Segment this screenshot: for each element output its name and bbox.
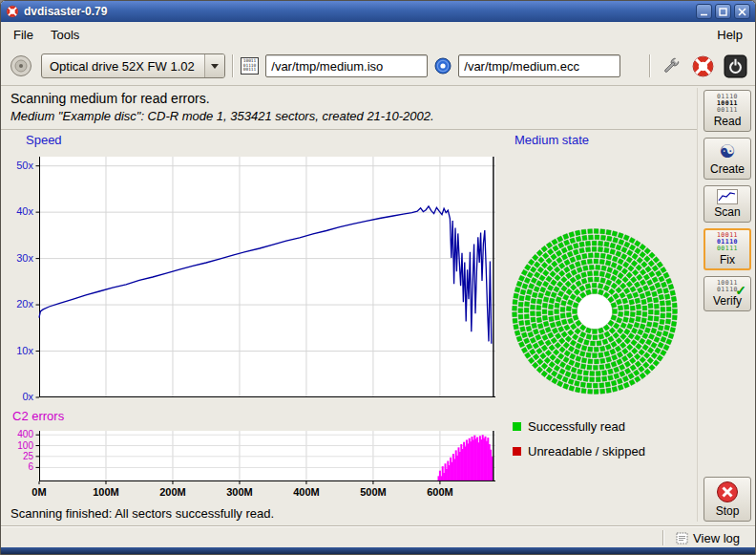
read-label: Read [714, 115, 742, 128]
legend-label-unreadable: Unreadable / skipped [528, 444, 645, 459]
toolbar-right-group [649, 53, 748, 79]
speed-y-tick-label: 30x [7, 252, 33, 264]
chart-area: Speed C2 errors Medium state Successfull… [1, 130, 698, 504]
read-icon: 01110 10011 00111 [717, 94, 738, 114]
x-axis-tick-label: 300M [220, 486, 259, 498]
x-axis-tick-label: 0M [20, 486, 58, 498]
view-log-label: View log [693, 531, 740, 545]
legend-item-unreadable: Unreadable / skipped [513, 444, 645, 459]
c2-y-tick-label: 100 [7, 440, 33, 451]
iso-path-input[interactable] [265, 54, 428, 77]
create-button[interactable]: ☯ Create [704, 138, 751, 180]
x-axis-tick-label: 500M [354, 486, 392, 498]
scan-icon [717, 189, 738, 204]
c2-errors-chart-plot [39, 431, 495, 481]
legend-item-read: Successfully read [513, 419, 625, 434]
menu-file[interactable]: File [5, 25, 42, 45]
view-log-button[interactable]: View log [672, 529, 744, 547]
fix-button[interactable]: 10011 01110 00111 Fix [704, 228, 751, 270]
drive-icon [9, 53, 33, 78]
c2-y-tick-label: 400 [7, 429, 33, 439]
x-axis-tick-label: 600M [421, 486, 459, 498]
legend-swatch-unreadable-icon [513, 447, 521, 456]
toolbar-separator [649, 54, 651, 77]
scan-label: Scan [714, 205, 740, 219]
close-button[interactable] [734, 4, 750, 19]
create-label: Create [710, 162, 745, 176]
log-icon [676, 532, 688, 544]
legend-label-read: Successfully read [528, 419, 625, 434]
status-line-2: Medium "Example disc": CD-R mode 1, 3534… [10, 109, 688, 123]
c2-y-tick-label: 25 [7, 451, 33, 461]
toolbar-separator [232, 54, 234, 77]
stop-icon [716, 480, 739, 503]
c2-y-tick-label: 6 [7, 461, 33, 472]
status-heading: Scanning medium for read errors. Medium … [1, 86, 698, 130]
menu-tools[interactable]: Tools [42, 25, 88, 45]
minimize-button[interactable] [696, 4, 712, 19]
window-title: dvdisaster-0.79 [24, 5, 691, 18]
iso-file-icon: 10011 01110 00111 [241, 57, 260, 75]
scan-result-status: Scanning finished: All sectors successfu… [10, 506, 274, 521]
c2-errors-chart-title: C2 errors [12, 409, 64, 423]
ecc-file-icon [434, 57, 452, 75]
wrench-icon [659, 54, 682, 78]
preferences-button[interactable] [658, 53, 683, 79]
ecc-path-input[interactable] [458, 54, 620, 77]
medium-state-title: Medium state [514, 133, 589, 147]
speed-y-tick-label: 10x [7, 345, 33, 356]
toolbar: Optical drive 52X FW 1.02 10011 01110 00… [1, 47, 755, 86]
window-controls [696, 4, 750, 19]
check-icon: ✓ [735, 283, 746, 298]
x-axis-tick-label: 400M [287, 486, 326, 498]
chevron-down-icon [211, 64, 219, 69]
menubar: File Tools Help [1, 22, 755, 47]
speed-y-tick-label: 20x [7, 298, 33, 310]
legend-swatch-read-icon [513, 422, 521, 431]
quit-button[interactable] [723, 53, 748, 79]
power-icon [724, 54, 747, 78]
read-button[interactable]: 01110 10011 00111 Read [704, 90, 751, 132]
scan-button[interactable]: Scan [704, 185, 751, 223]
speed-chart-title: Speed [26, 133, 62, 147]
rescue-ring-icon [691, 54, 715, 78]
status-line-1: Scanning medium for read errors. [10, 91, 688, 106]
fix-icon: 10011 01110 00111 [717, 232, 738, 252]
speed-y-tick-label: 40x [7, 205, 33, 217]
statusbar: View log [1, 525, 755, 549]
app-icon [6, 5, 19, 18]
action-sidebar: 01110 10011 00111 Read ☯ Create Scan 100… [697, 88, 756, 522]
titlebar[interactable]: dvdisaster-0.79 [1, 1, 755, 22]
drive-select-arrow-box [204, 54, 224, 77]
menu-help[interactable]: Help [708, 25, 751, 45]
app-window: dvdisaster-0.79 File Tools Help [0, 0, 756, 555]
drive-button[interactable] [8, 53, 34, 79]
speed-chart-plot [39, 157, 495, 397]
stop-button[interactable]: Stop [704, 477, 751, 522]
drive-select[interactable]: Optical drive 52X FW 1.02 [41, 53, 225, 78]
window-bottom-border [1, 547, 755, 554]
x-axis-tick-label: 100M [87, 486, 125, 498]
maximize-button[interactable] [715, 4, 731, 19]
speed-y-tick-label: 0x [7, 391, 33, 402]
verify-icon: 10011 01110 ✓ [717, 280, 738, 293]
fix-label: Fix [720, 253, 735, 267]
create-icon: ☯ [719, 141, 735, 161]
verify-button[interactable]: 10011 01110 ✓ Verify [704, 276, 751, 311]
statusbar-separator [662, 530, 664, 545]
drive-select-value: Optical drive 52X FW 1.02 [42, 59, 204, 74]
speed-y-tick-label: 50x [7, 160, 33, 171]
stop-label: Stop [716, 504, 740, 518]
x-axis-tick-label: 200M [154, 486, 192, 498]
medium-state-disc [509, 225, 681, 397]
dvdisaster-logo-button[interactable] [690, 53, 716, 79]
